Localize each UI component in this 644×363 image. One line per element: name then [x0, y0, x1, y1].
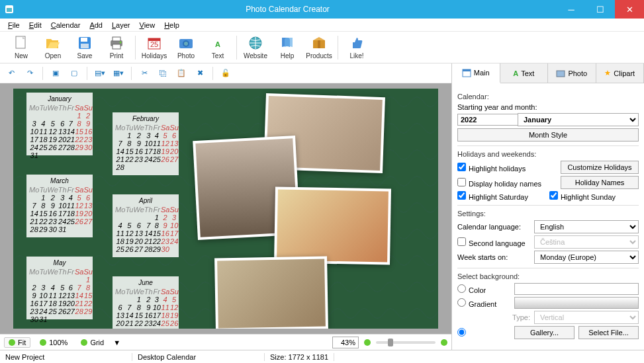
like-button[interactable]: Like! — [341, 32, 373, 63]
menu-add[interactable]: Add — [85, 20, 107, 30]
week-starts-label: Week starts on: — [457, 253, 530, 261]
month-april[interactable]: AprilMoTuWeThFrSaSu123456789101112131415… — [113, 194, 179, 257]
bg-image-radio[interactable] — [457, 328, 510, 338]
open-button[interactable]: Open — [37, 32, 69, 63]
properties-pane: Main AText Photo ★Clipart Calendar: Star… — [452, 63, 644, 350]
canvas-toolbar: ↶ ↷ ▣ ▢ ▤▾ ▦▾ ✂ ⿻ 📋 ✖ 🔓 — [0, 63, 451, 83]
holiday-names-button[interactable]: Holiday Names — [561, 176, 639, 189]
menu-layer[interactable]: Layer — [108, 20, 134, 30]
calendar-canvas[interactable]: JanuaryMoTuWeThFrSaSu1234567891011121314… — [13, 89, 438, 329]
menu-edit[interactable]: Edit — [25, 20, 46, 30]
tab-photo[interactable]: Photo — [548, 63, 596, 83]
tab-main[interactable]: Main — [452, 63, 500, 83]
svg-rect-19 — [318, 40, 320, 48]
menu-calendar[interactable]: Calendar — [47, 20, 85, 30]
bg-gradient-radio[interactable]: Gradient — [457, 298, 510, 308]
month-june[interactable]: JuneMoTuWeThFrSaSu1234567891011121314151… — [113, 276, 179, 329]
toolbar-sep — [236, 36, 237, 60]
minimize-button[interactable]: ─ — [557, 0, 586, 19]
align-button[interactable]: ▤▾ — [93, 66, 107, 81]
month-march[interactable]: MarchMoTuWeThFrSaSu123456789101112131415… — [26, 175, 93, 237]
zoom-input[interactable] — [332, 337, 359, 348]
products-button[interactable]: Products — [303, 32, 335, 63]
maximize-button[interactable]: ☐ — [586, 0, 615, 19]
status-project: New Project — [0, 353, 132, 361]
holidays-button[interactable]: 25Holidays — [138, 32, 170, 63]
send-back-button[interactable]: ▢ — [67, 66, 81, 81]
print-button[interactable]: Print — [101, 32, 132, 63]
center-button[interactable]: ▦▾ — [111, 66, 126, 81]
paste-button[interactable]: 📋 — [174, 66, 189, 81]
new-button[interactable]: New — [5, 32, 37, 63]
svg-rect-5 — [81, 44, 89, 48]
photo-3[interactable] — [274, 186, 391, 264]
zoom-out-icon[interactable] — [364, 339, 371, 346]
month-may[interactable]: MayMoTuWeThFrSaSu12345678910111213141516… — [26, 257, 93, 319]
zoom-bar: Fit 100% Grid▼ — [0, 334, 451, 350]
delete-button[interactable]: ✖ — [193, 66, 207, 81]
help-button[interactable]: Help — [271, 32, 303, 63]
calendar-section-label: Calendar: — [457, 93, 639, 101]
second-language-checkbox[interactable]: Second language — [457, 237, 530, 247]
menu-help[interactable]: Help — [160, 20, 183, 30]
website-button[interactable]: Website — [240, 32, 271, 63]
week-starts-select[interactable]: Monday (Europe) — [534, 251, 639, 264]
highlight-saturday-checkbox[interactable]: Highlight Saturday — [457, 191, 528, 201]
bring-front-button[interactable]: ▣ — [48, 66, 63, 81]
canvas-pane: ↶ ↷ ▣ ▢ ▤▾ ▦▾ ✂ ⿻ 📋 ✖ 🔓 JanuaryMoTuWeThF… — [0, 63, 452, 350]
zoom-in-icon[interactable] — [441, 339, 447, 346]
photo-4[interactable] — [214, 257, 328, 329]
background-section-label: Select background: — [457, 272, 639, 280]
canvas-wrap: JanuaryMoTuWeThFrSaSu1234567891011121314… — [0, 83, 451, 334]
main-area: ↶ ↷ ▣ ▢ ▤▾ ▦▾ ✂ ⿻ 📋 ✖ 🔓 JanuaryMoTuWeThF… — [0, 63, 644, 350]
svg-rect-4 — [81, 38, 87, 42]
property-tabs: Main AText Photo ★Clipart — [452, 63, 644, 83]
color-swatch[interactable] — [514, 283, 639, 295]
customize-holidays-button[interactable]: Customize Holidays — [561, 161, 639, 174]
undo-button[interactable]: ↶ — [4, 66, 19, 81]
bg-color-radio[interactable]: Color — [457, 284, 510, 294]
language-label: Calendar language: — [457, 223, 530, 231]
status-bar: New Project Desktop Calendar Size: 1772 … — [0, 350, 644, 363]
month-february[interactable]: FebruaryMoTuWeThFrSaSu123456789101112131… — [113, 112, 179, 175]
zoom-100-button[interactable]: 100% — [36, 338, 71, 347]
cut-button[interactable]: ✂ — [137, 66, 152, 81]
copy-button[interactable]: ⿻ — [156, 66, 170, 81]
svg-rect-1 — [7, 8, 12, 12]
svg-point-15 — [184, 42, 188, 46]
zoom-fit-button[interactable]: Fit — [4, 337, 30, 348]
menu-view[interactable]: View — [136, 20, 160, 30]
zoom-slider[interactable] — [376, 341, 436, 344]
gallery-button[interactable]: Gallery... — [514, 326, 575, 339]
tab-text[interactable]: AText — [500, 63, 549, 83]
photo-button[interactable]: Photo — [170, 32, 202, 63]
window-buttons: ─ ☐ ✕ — [557, 0, 644, 19]
display-names-checkbox[interactable]: Display holiday names — [457, 178, 541, 188]
year-input[interactable]: ▲▼ — [457, 114, 514, 126]
month-select[interactable]: January — [518, 113, 639, 126]
holidays-section-label: Holidays and weekends: — [457, 150, 639, 158]
text-button[interactable]: AText — [202, 32, 234, 63]
redo-button[interactable]: ↷ — [23, 66, 37, 81]
svg-text:A: A — [215, 40, 220, 48]
highlight-sunday-checkbox[interactable]: Highlight Sunday — [549, 191, 616, 201]
settings-section-label: Settings: — [457, 210, 639, 218]
select-file-button[interactable]: Select File... — [578, 326, 639, 339]
highlight-holidays-checkbox[interactable]: Highlight holidays — [457, 163, 526, 173]
tab-clipart[interactable]: ★Clipart — [596, 63, 645, 83]
save-button[interactable]: Save — [69, 32, 101, 63]
gradient-swatch[interactable] — [514, 297, 639, 309]
menu-file[interactable]: File — [4, 20, 24, 30]
gradient-type-select: Vertical — [534, 311, 639, 324]
close-button[interactable]: ✕ — [615, 0, 644, 19]
lock-button[interactable]: 🔓 — [218, 66, 233, 81]
window-title: Photo Calendar Creator — [19, 5, 557, 14]
status-size: Size: 1772 x 1181 — [265, 353, 334, 361]
language-select[interactable]: English — [534, 220, 639, 233]
month-style-button[interactable]: Month Style — [457, 128, 639, 141]
main-panel: Calendar: Starting year and month: ▲▼ Ja… — [452, 83, 644, 350]
month-january[interactable]: JanuaryMoTuWeThFrSaSu1234567891011121314… — [26, 93, 93, 155]
svg-rect-21 — [463, 69, 471, 71]
grid-toggle[interactable]: Grid▼ — [77, 338, 124, 347]
gradient-type-label: Type: — [457, 313, 530, 321]
